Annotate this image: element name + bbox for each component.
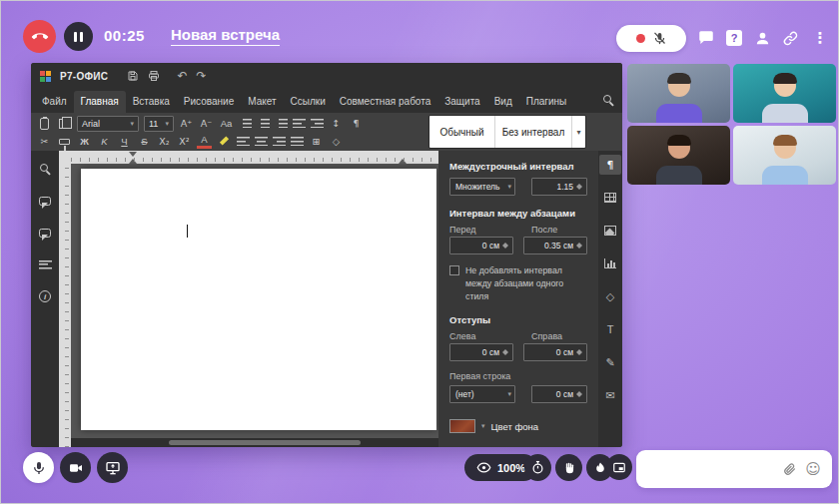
tab-protection[interactable]: Защита (437, 91, 486, 113)
participant-video-3[interactable] (627, 126, 730, 185)
bold-button[interactable]: Ж (77, 134, 92, 149)
subscript-button[interactable]: X₂ (157, 134, 172, 149)
align-center-button[interactable] (255, 137, 268, 146)
copy-button[interactable] (57, 116, 72, 131)
bullet-list-button[interactable] (239, 119, 252, 128)
chat-input[interactable] (646, 450, 776, 488)
increase-indent-button[interactable] (311, 119, 324, 128)
mailmerge-settings-button[interactable]: ✉ (599, 385, 621, 405)
redo-button[interactable]: ↷ (196, 70, 206, 82)
tab-file[interactable]: Файл (35, 91, 74, 113)
copy-link-button[interactable] (780, 28, 800, 48)
change-case-button[interactable]: Aa (219, 116, 234, 131)
tab-draw[interactable]: Рисование (177, 91, 241, 113)
screen-share-button[interactable] (97, 452, 128, 483)
emoji-button[interactable]: ☺ (804, 460, 822, 478)
participant-video-2[interactable] (733, 64, 836, 123)
line-spacing-mode-select[interactable]: Множитель ▾ (449, 178, 515, 196)
shading-button[interactable]: ◇ (329, 134, 344, 149)
superscript-button[interactable]: X² (177, 134, 192, 149)
font-size-select[interactable]: 11 ▾ (144, 116, 174, 132)
style-normal[interactable]: Обычный (429, 116, 495, 148)
style-no-spacing[interactable]: Без интервал (495, 116, 571, 148)
undo-button[interactable]: ↶ (177, 70, 187, 82)
document-page[interactable] (81, 169, 436, 430)
italic-button[interactable]: K (97, 134, 112, 149)
font-color-button[interactable]: A (197, 134, 212, 149)
borders-button[interactable]: ⊞ (309, 134, 324, 149)
multilevel-list-button[interactable] (275, 119, 288, 128)
spacing-before-input[interactable]: 0 см (449, 237, 513, 254)
styles-gallery-expand[interactable]: ▾ (571, 116, 585, 148)
nonprinting-chars-button[interactable]: ¶ (349, 116, 364, 131)
participant-video-1[interactable] (627, 64, 730, 123)
spinner-up-down[interactable] (501, 239, 510, 252)
find-button[interactable] (37, 161, 53, 177)
right-indent-marker[interactable] (399, 155, 407, 164)
spinner-up-down[interactable] (575, 387, 584, 401)
line-spacing-input[interactable]: 1.15 (531, 178, 587, 196)
align-left-button[interactable] (237, 137, 250, 146)
attach-file-button[interactable] (780, 460, 798, 478)
tab-insert[interactable]: Вставка (126, 91, 177, 113)
indent-right-input[interactable]: 0 см (523, 343, 587, 361)
strikethrough-button[interactable]: S (137, 134, 152, 149)
cut-button[interactable]: ✂ (37, 134, 52, 149)
image-settings-button[interactable] (599, 221, 621, 241)
same-style-checkbox-row[interactable]: Не добавлять интервал между абзацами одн… (449, 264, 587, 302)
first-line-input[interactable]: 0 см (531, 385, 587, 403)
pip-button[interactable] (606, 454, 632, 480)
tab-home[interactable]: Главная (74, 91, 126, 113)
save-button[interactable] (127, 70, 139, 82)
scrollbar-thumb[interactable] (169, 440, 361, 445)
print-button[interactable] (148, 70, 160, 82)
navigation-button[interactable] (37, 256, 53, 272)
spinner-up-down[interactable] (575, 180, 584, 194)
textart-settings-button[interactable]: Т (599, 319, 621, 339)
chart-settings-button[interactable] (599, 253, 621, 273)
align-justify-button[interactable] (291, 137, 304, 146)
timer-tool-button[interactable] (524, 454, 551, 481)
font-name-select[interactable]: Arial ▾ (77, 116, 139, 132)
microphone-button[interactable] (23, 452, 54, 483)
numbered-list-button[interactable] (257, 119, 270, 128)
tab-collaboration[interactable]: Совместная работа (333, 91, 438, 113)
chat-toggle-button[interactable] (696, 28, 716, 48)
signature-settings-button[interactable]: ✎ (599, 352, 621, 372)
shape-settings-button[interactable]: ◇ (599, 286, 621, 306)
decrease-font-button[interactable]: A⁻ (199, 116, 214, 131)
left-indent-marker[interactable] (129, 155, 137, 164)
underline-button[interactable]: Ч (117, 134, 132, 149)
indent-left-input[interactable]: 0 см (449, 343, 513, 361)
participants-button[interactable] (752, 28, 772, 48)
align-right-button[interactable] (273, 137, 286, 146)
spinner-up-down[interactable] (575, 345, 584, 359)
tab-references[interactable]: Ссылки (284, 91, 333, 113)
about-button[interactable]: i (37, 288, 53, 304)
decrease-indent-button[interactable] (293, 119, 306, 128)
chat-panel-button[interactable] (37, 225, 53, 241)
tab-view[interactable]: Вид (487, 91, 519, 113)
highlight-color-button[interactable] (217, 134, 232, 149)
line-spacing-button[interactable]: ↕ (329, 116, 344, 131)
search-icon[interactable] (603, 95, 614, 106)
hangup-button[interactable] (23, 20, 56, 53)
more-options-button[interactable]: ⋮ (810, 28, 830, 48)
comments-button[interactable] (37, 193, 53, 209)
paragraph-settings-button[interactable]: ¶ (599, 155, 621, 175)
spacing-after-input[interactable]: 0.35 см (523, 237, 587, 254)
camera-button[interactable] (60, 452, 91, 483)
paste-button[interactable] (37, 116, 52, 131)
spinner-up-down[interactable] (575, 239, 584, 252)
help-button[interactable]: ? (724, 28, 744, 48)
format-painter-button[interactable] (57, 134, 72, 149)
record-button[interactable] (616, 25, 686, 52)
first-line-mode-select[interactable]: (нет) ▾ (449, 385, 515, 403)
spinner-up-down[interactable] (501, 345, 510, 359)
background-color-control[interactable]: ▾ Цвет фона (449, 419, 587, 433)
table-settings-button[interactable] (599, 188, 621, 208)
meeting-title[interactable]: Новая встреча (171, 26, 280, 46)
raise-hand-button[interactable] (555, 454, 582, 481)
tab-layout[interactable]: Макет (241, 91, 283, 113)
participant-video-4[interactable] (733, 126, 836, 185)
